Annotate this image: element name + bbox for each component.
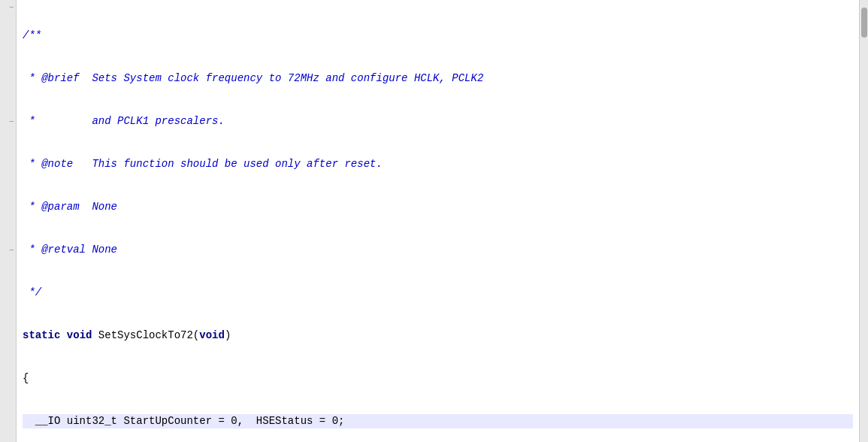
line-gutter: – – – [0,0,17,442]
editor-container: – – – /** * @brief Sets System clock fre… [0,0,868,442]
code-line-10: __IO uint32_t StartUpCounter = 0, HSESta… [23,414,853,428]
gutter-marker-8 [0,100,16,114]
gutter-marker-12 [0,157,16,171]
gutter-marker-6 [0,71,16,86]
line-text-7: */ [23,286,41,300]
gutter-marker-1: – [0,0,16,14]
code-line-9: { [23,371,853,386]
kw-static: static [23,328,60,343]
line-text-4: * @note This function should be used onl… [23,157,383,171]
gutter-marker-4 [0,43,16,57]
space-1 [60,328,66,343]
code-line-2: * @brief Sets System clock frequency to … [23,71,853,86]
gutter-marker-11 [0,143,16,157]
line-text-2: * @brief Sets System clock frequency to … [23,71,483,86]
code-line-7: */ [23,286,853,300]
code-area[interactable]: /** * @brief Sets System clock frequency… [17,0,859,442]
gutter-marker-10 [0,129,16,143]
code-line-4: * @note This function should be used onl… [23,157,853,171]
vertical-scrollbar[interactable] [859,0,868,442]
gutter-marker-2 [0,14,16,29]
code-line-8: static void SetSysClockTo72(void) [23,328,853,343]
gutter-marker-5 [0,57,16,71]
gutter-marker-21 [0,286,16,300]
line-text-6: * @retval None [23,243,117,257]
gutter-symbol-1: – [9,3,14,12]
gutter-marker-9: – [0,114,16,129]
scrollbar-thumb[interactable] [861,8,867,38]
gutter-marker-7 [0,86,16,100]
gutter-marker-15 [0,200,16,214]
code-line-6: * @retval None [23,243,853,257]
gutter-marker-14 [0,186,16,200]
gutter-marker-20 [0,271,16,286]
kw-void-1: void [67,328,92,343]
gutter-marker-19 [0,257,16,271]
kw-void-2: void [199,328,225,343]
gutter-marker-17 [0,229,16,243]
line-text-3: * and PCLK1 prescalers. [23,114,225,129]
gutter-marker-3 [0,29,16,43]
gutter-marker-16 [0,214,16,229]
line-text-5: * @param None [23,200,117,214]
close-paren: ) [225,328,231,343]
code-line-5: * @param None [23,200,853,214]
line-text-10: __IO uint32_t StartUpCounter = 0, HSESta… [23,414,344,428]
code-line-1: /** [23,29,853,43]
line-text-9: { [23,371,29,386]
code-content: /** * @brief Sets System clock frequency… [17,0,859,442]
line-text-1: /** [23,29,41,43]
gutter-symbol-18: – [9,246,14,255]
gutter-marker-13 [0,171,16,186]
func-name: SetSysClockTo72( [92,328,199,343]
code-line-3: * and PCLK1 prescalers. [23,114,853,129]
gutter-marker-18: – [0,243,16,257]
gutter-symbol-9: – [9,117,14,126]
